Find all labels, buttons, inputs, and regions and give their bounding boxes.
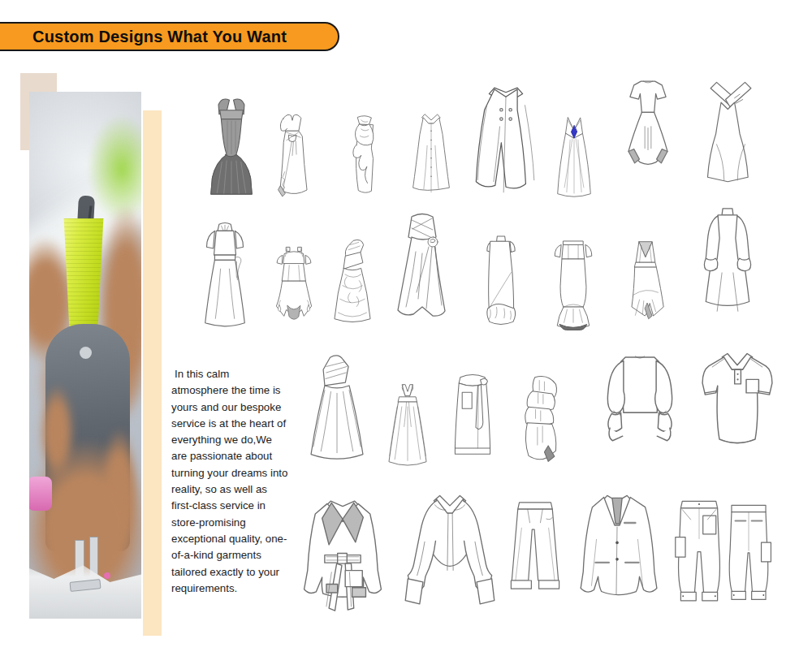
sketch-cargo-pants-front (672, 487, 726, 612)
sewing-machine-photo (29, 92, 141, 619)
flutter-sleeve-midi-dress-icon (188, 206, 261, 336)
square-neck-mermaid-dress-icon (542, 205, 604, 336)
sketch-tiered-ruffle-skirt (508, 346, 572, 474)
sketch-halter-maxi-dress (378, 341, 437, 476)
mockneck-ruffle-slit-dress-icon (469, 205, 533, 334)
sketch-wide-leg-cropped-pants (505, 487, 565, 611)
belted-wrap-blazer-icon (296, 482, 390, 624)
sketch-strapless-draped-gown (382, 203, 463, 336)
ruffle-trim-dress-icon (336, 63, 393, 203)
sketch-belted-wrap-blazer (296, 482, 390, 624)
cold-shoulder-shirt-icon (400, 486, 500, 609)
sketch-bell-sleeve-flare-dress (687, 205, 768, 333)
sketch-ruffle-trim-dress (336, 63, 393, 203)
sketch-v-neck-maxi-dress (546, 65, 603, 205)
sketch-wrap-ruffle-dress (263, 62, 322, 205)
mermaid-gown-icon (197, 65, 266, 203)
sleeveless-shirt-dress-icon (403, 67, 460, 201)
sketch-single-breasted-blazer (572, 484, 663, 614)
sketch-polo-shirt (692, 349, 783, 456)
strapless-draped-gown-icon (382, 203, 463, 336)
sketch-handkerchief-tee-dress (609, 68, 687, 200)
v-neck-maxi-dress-icon (546, 65, 603, 205)
sketch-balloon-sleeve-top (590, 349, 690, 458)
pink-thread-spool (29, 477, 52, 511)
sketch-v-neck-asymmetric-midi-dress (615, 205, 676, 334)
polo-shirt-icon (692, 349, 783, 456)
sketch-cargo-pants-back (723, 487, 775, 612)
balloon-sleeve-top-icon (590, 349, 690, 458)
v-neck-asymmetric-midi-dress-icon (615, 205, 676, 334)
handkerchief-tee-dress-icon (609, 68, 687, 200)
sketch-mermaid-gown (197, 65, 266, 203)
wrap-ruffle-dress-icon (263, 62, 322, 205)
cream-backdrop (143, 110, 162, 636)
cargo-pants-back-icon (723, 487, 775, 612)
sketch-sleeveless-shirt-dress (403, 67, 460, 201)
sketch-square-neck-mermaid-dress (542, 205, 604, 336)
machine-hole (80, 347, 92, 359)
single-breasted-blazer-icon (572, 484, 663, 614)
halter-maxi-dress-icon (378, 341, 437, 476)
sketch-wrap-maxi-skirt (440, 344, 505, 474)
bell-sleeve-flare-dress-icon (687, 205, 768, 333)
sketch-one-shoulder-ruched-gown (322, 205, 383, 336)
wrap-maxi-skirt-icon (440, 344, 505, 474)
sketch-cold-shoulder-shirt (400, 486, 500, 609)
cargo-pants-front-icon (672, 487, 726, 612)
pink-thread-bit (104, 572, 110, 579)
one-shoulder-ruched-gown-icon (322, 205, 383, 336)
sketch-crisscross-halter-dress (693, 67, 768, 198)
sketch-one-shoulder-ballgown (299, 343, 375, 474)
promo-page: Custom Designs What You Want In this cal… (0, 0, 812, 669)
sketch-cape-coat (468, 68, 544, 203)
wide-leg-cropped-pants-icon (505, 487, 565, 611)
banner-title: Custom Designs What You Want (0, 28, 287, 46)
cold-shoulder-highlow-dress-icon (265, 203, 323, 338)
sketch-flutter-sleeve-midi-dress (188, 206, 261, 336)
cape-coat-icon (468, 68, 544, 203)
one-shoulder-ballgown-icon (299, 343, 375, 474)
crisscross-halter-dress-icon (693, 67, 768, 198)
sketch-cold-shoulder-highlow-dress (265, 203, 323, 338)
banner: Custom Designs What You Want (0, 22, 339, 51)
tiered-ruffle-skirt-icon (508, 346, 572, 474)
sketch-mockneck-ruffle-slit-dress (469, 205, 533, 334)
about-text: In this calm atmosphere the time is your… (171, 366, 288, 597)
